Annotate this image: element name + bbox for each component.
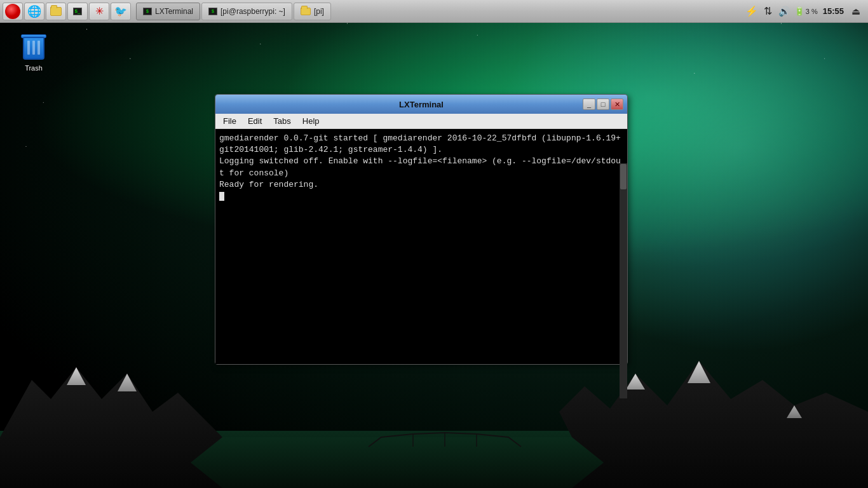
star-app-button[interactable]: ✳ bbox=[89, 3, 109, 20]
terminal-menubar: File Edit Tabs Help bbox=[215, 114, 627, 129]
trash-icon bbox=[21, 34, 46, 62]
eject-tray-icon[interactable]: ⏏ bbox=[849, 4, 863, 18]
battery-indicator[interactable]: 🔋 3 % bbox=[794, 6, 818, 16]
close-icon: ✕ bbox=[614, 100, 620, 109]
window-controls: _ □ ✕ bbox=[583, 98, 623, 110]
terminal-scrollbar[interactable] bbox=[620, 163, 627, 398]
web-browser-button[interactable]: 🌐 bbox=[24, 3, 44, 20]
bluetooth-icon: ⚡ bbox=[745, 5, 758, 17]
network-tray-icon[interactable]: ⇅ bbox=[761, 4, 775, 18]
trash-icon-label: Trash bbox=[25, 64, 43, 72]
maximize-button[interactable]: □ bbox=[597, 98, 609, 110]
raspberry-icon bbox=[5, 4, 20, 19]
bluetooth-tray-icon[interactable]: ⚡ bbox=[745, 4, 759, 18]
terminal-cursor bbox=[219, 192, 224, 201]
star-icon: ✳ bbox=[95, 5, 104, 17]
terminal-titlebar[interactable]: LXTerminal _ □ ✕ bbox=[215, 95, 627, 114]
terminal-output[interactable]: gmediarender 0.0.7-git started [ gmediar… bbox=[215, 129, 627, 364]
trash-line-1 bbox=[27, 41, 30, 55]
battery-icon: 🔋 bbox=[794, 6, 804, 16]
help-menu[interactable]: Help bbox=[297, 115, 325, 127]
scrollbar-thumb[interactable] bbox=[620, 164, 627, 189]
trash-lines bbox=[27, 41, 41, 55]
tabs-menu[interactable]: Tabs bbox=[268, 115, 295, 127]
terminal-launch-button[interactable]: $_ bbox=[67, 3, 88, 20]
trash-line-3 bbox=[37, 41, 40, 55]
clock-display: 15:55 bbox=[820, 6, 846, 16]
pi-folder-taskbar-button[interactable]: [pi] bbox=[294, 3, 331, 20]
terminal-window-icon: $ bbox=[143, 8, 152, 15]
minimize-button[interactable]: _ bbox=[583, 98, 595, 110]
terminal-window: LXTerminal _ □ ✕ File Edit Tabs Help gme… bbox=[215, 94, 628, 365]
trash-desktop-icon[interactable]: Trash bbox=[11, 32, 56, 74]
pi-folder-icon bbox=[301, 8, 311, 15]
terminal-body-container: gmediarender 0.0.7-git started [ gmediar… bbox=[215, 129, 627, 364]
folder-icon bbox=[50, 7, 62, 16]
system-tray: ⚡ ⇅ 🔊 🔋 3 % 15:55 ⏏ bbox=[740, 4, 868, 18]
pi-terminal-icon: $ bbox=[208, 8, 217, 15]
raspi-menu-button[interactable] bbox=[3, 3, 23, 20]
avian-icon: 🐦 bbox=[114, 5, 127, 17]
taskbar: 🌐 $_ ✳ 🐦 $ LXTerminal $ bbox=[0, 0, 868, 23]
pi-terminal-task-label: [pi@raspberrypi: ~] bbox=[220, 7, 285, 16]
volume-icon: 🔊 bbox=[778, 6, 790, 17]
avian-button[interactable]: 🐦 bbox=[111, 3, 131, 20]
minimize-icon: _ bbox=[587, 100, 591, 108]
taskbar-left: 🌐 $_ ✳ 🐦 $ LXTerminal $ bbox=[0, 3, 334, 20]
terminal-cursor-line bbox=[219, 191, 623, 202]
file-menu[interactable]: File bbox=[218, 115, 241, 127]
volume-tray-icon[interactable]: 🔊 bbox=[778, 4, 792, 18]
close-button[interactable]: ✕ bbox=[611, 98, 623, 110]
terminal-line-2: Logging switched off. Enable with --logf… bbox=[219, 156, 623, 179]
lxterminal-taskbar-button[interactable]: $ LXTerminal bbox=[136, 3, 200, 20]
terminal-line-3: Ready for rendering. bbox=[219, 179, 623, 191]
terminal-title: LXTerminal bbox=[399, 100, 444, 109]
pi-folder-task-label: [pi] bbox=[314, 7, 324, 16]
network-icon: ⇅ bbox=[764, 5, 772, 17]
trash-body bbox=[23, 37, 44, 60]
globe-icon: 🌐 bbox=[27, 4, 41, 18]
maximize-icon: □ bbox=[601, 100, 606, 108]
terminal-icon: $_ bbox=[73, 8, 82, 15]
battery-percent: 3 % bbox=[806, 8, 818, 15]
lxterminal-task-label: LXTerminal bbox=[155, 7, 193, 16]
trash-line-2 bbox=[32, 41, 35, 55]
file-manager-button[interactable] bbox=[46, 3, 66, 20]
terminal-line-1: gmediarender 0.0.7-git started [ gmediar… bbox=[219, 133, 623, 156]
pi-terminal-taskbar-button[interactable]: $ [pi@raspberrypi: ~] bbox=[201, 3, 292, 20]
edit-menu[interactable]: Edit bbox=[243, 115, 267, 127]
eject-icon: ⏏ bbox=[851, 6, 860, 17]
